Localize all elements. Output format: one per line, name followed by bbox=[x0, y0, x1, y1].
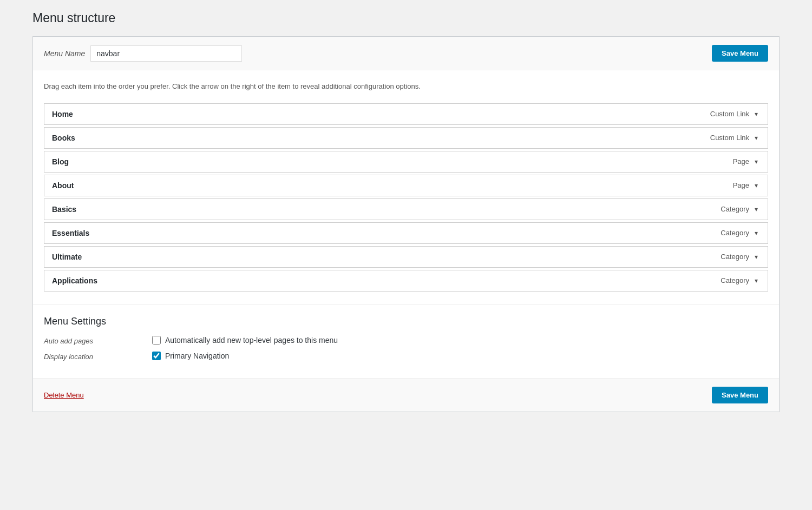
chevron-down-icon[interactable]: ▾ bbox=[752, 109, 760, 119]
menu-footer: Delete Menu Save Menu bbox=[33, 378, 779, 412]
menu-item-name: Home bbox=[52, 110, 73, 118]
menu-item-type: Page bbox=[733, 181, 749, 189]
save-menu-button-bottom[interactable]: Save Menu bbox=[712, 387, 768, 403]
menu-item[interactable]: Essentials Category ▾ bbox=[44, 222, 768, 244]
chevron-down-icon[interactable]: ▾ bbox=[752, 204, 760, 214]
delete-menu-link[interactable]: Delete Menu bbox=[44, 391, 84, 399]
auto-add-pages-checkbox[interactable] bbox=[152, 336, 161, 345]
menu-item-name: Ultimate bbox=[52, 253, 82, 261]
menu-item-name: Basics bbox=[52, 205, 76, 214]
menu-items-list: Home Custom Link ▾ Books Custom Link ▾ B… bbox=[33, 98, 779, 304]
menu-item[interactable]: About Page ▾ bbox=[44, 175, 768, 196]
menu-item[interactable]: Blog Page ▾ bbox=[44, 151, 768, 173]
menu-item-name: Blog bbox=[52, 157, 69, 166]
display-location-label: Display location bbox=[44, 352, 152, 361]
display-location-text[interactable]: Primary Navigation bbox=[165, 352, 229, 360]
menu-item-type: Custom Link bbox=[710, 110, 749, 118]
menu-item-right: Category ▾ bbox=[721, 252, 760, 262]
save-menu-button-top[interactable]: Save Menu bbox=[712, 45, 768, 62]
chevron-down-icon[interactable]: ▾ bbox=[752, 252, 760, 262]
auto-add-pages-control: Automatically add new top-level pages to… bbox=[152, 336, 338, 345]
menu-item[interactable]: Basics Category ▾ bbox=[44, 198, 768, 220]
menu-settings-section: Menu Settings Auto add pages Automatical… bbox=[33, 304, 779, 378]
menu-name-row: Menu Name Save Menu bbox=[33, 37, 779, 70]
menu-item-name: Books bbox=[52, 134, 75, 142]
menu-item-right: Custom Link ▾ bbox=[710, 133, 760, 143]
menu-item-type: Category bbox=[721, 229, 749, 237]
menu-item[interactable]: Ultimate Category ▾ bbox=[44, 246, 768, 268]
auto-add-pages-label: Auto add pages bbox=[44, 336, 152, 345]
chevron-down-icon[interactable]: ▾ bbox=[752, 157, 760, 167]
menu-item-type: Custom Link bbox=[710, 134, 749, 142]
page-wrapper: Menu structure Menu Name Save Menu Drag … bbox=[32, 11, 780, 412]
menu-item[interactable]: Applications Category ▾ bbox=[44, 270, 768, 292]
menu-item-name: Applications bbox=[52, 276, 97, 285]
menu-settings-title: Menu Settings bbox=[44, 316, 768, 327]
menu-item[interactable]: Books Custom Link ▾ bbox=[44, 127, 768, 149]
display-location-control: Primary Navigation bbox=[152, 352, 229, 360]
chevron-down-icon[interactable]: ▾ bbox=[752, 276, 760, 286]
menu-item-type: Category bbox=[721, 253, 749, 261]
auto-add-pages-text[interactable]: Automatically add new top-level pages to… bbox=[165, 336, 338, 345]
menu-name-input[interactable] bbox=[90, 45, 242, 62]
menu-item[interactable]: Home Custom Link ▾ bbox=[44, 103, 768, 125]
menu-item-type: Page bbox=[733, 157, 749, 165]
menu-item-right: Page ▾ bbox=[733, 181, 760, 190]
menu-item-name: About bbox=[52, 181, 74, 190]
menu-item-right: Category ▾ bbox=[721, 228, 760, 238]
menu-name-left: Menu Name bbox=[44, 45, 242, 62]
menu-structure-panel: Menu Name Save Menu Drag each item into … bbox=[32, 36, 780, 412]
menu-item-right: Category ▾ bbox=[721, 204, 760, 214]
page-title: Menu structure bbox=[32, 11, 780, 25]
menu-name-label: Menu Name bbox=[44, 49, 85, 58]
menu-item-right: Category ▾ bbox=[721, 276, 760, 286]
display-location-row: Display location Primary Navigation bbox=[44, 352, 768, 361]
chevron-down-icon[interactable]: ▾ bbox=[752, 181, 760, 190]
menu-item-name: Essentials bbox=[52, 229, 89, 237]
chevron-down-icon[interactable]: ▾ bbox=[752, 228, 760, 238]
menu-item-right: Page ▾ bbox=[733, 157, 760, 167]
menu-instructions: Drag each item into the order you prefer… bbox=[33, 70, 779, 98]
menu-item-type: Category bbox=[721, 205, 749, 213]
menu-item-type: Category bbox=[721, 276, 749, 284]
display-location-checkbox[interactable] bbox=[152, 352, 161, 360]
chevron-down-icon[interactable]: ▾ bbox=[752, 133, 760, 143]
menu-item-right: Custom Link ▾ bbox=[710, 109, 760, 119]
auto-add-pages-row: Auto add pages Automatically add new top… bbox=[44, 336, 768, 345]
